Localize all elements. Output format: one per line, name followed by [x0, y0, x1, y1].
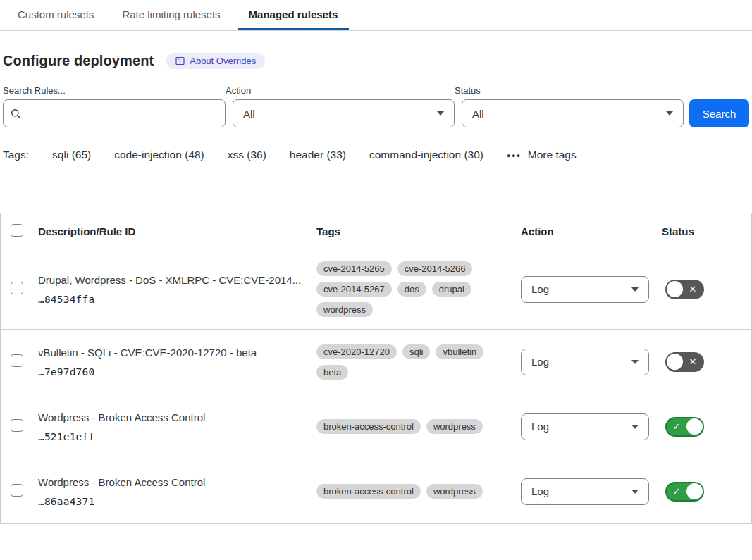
- rule-description[interactable]: Wordpress - Broken Access Control: [38, 411, 314, 423]
- tab-custom-rulesets[interactable]: Custom rulesets: [6, 0, 105, 30]
- table-row: Wordpress - Broken Access Control…521e1e…: [1, 394, 751, 459]
- search-icon: [11, 108, 21, 119]
- action-filter-value: All: [243, 108, 255, 120]
- description-cell: vBulletin - SQLi - CVE:CVE-2020-12720 - …: [35, 347, 314, 378]
- rule-id: …7e97d760: [38, 366, 314, 378]
- tag-pill: drupal: [432, 282, 471, 297]
- tag-filter-link[interactable]: code-injection (48): [114, 149, 204, 161]
- tag-pills: cve-2020-12720sqlivbulletinbeta: [316, 344, 490, 380]
- row-checkbox[interactable]: [11, 419, 23, 432]
- x-icon: ✕: [683, 285, 703, 294]
- table-row: Drupal, Wordpress - DoS - XMLRPC - CVE:C…: [1, 249, 751, 330]
- status-toggle[interactable]: ✓: [665, 417, 704, 437]
- action-cell: Log: [518, 349, 659, 375]
- tag-pill: wordpress: [426, 484, 483, 499]
- rule-description[interactable]: vBulletin - SQLi - CVE:CVE-2020-12720 - …: [38, 347, 314, 359]
- tags-cell: cve-2014-5265cve-2014-5266cve-2014-5267d…: [314, 261, 518, 317]
- search-input[interactable]: [27, 100, 218, 127]
- column-header-action: Action: [518, 225, 659, 237]
- chevron-down-icon: [631, 425, 639, 429]
- tag-filter-link[interactable]: header (33): [290, 149, 346, 161]
- tag-filter-link[interactable]: xss (36): [228, 149, 266, 161]
- search-button[interactable]: Search: [689, 99, 749, 127]
- tag-pill: broken-access-control: [316, 484, 421, 499]
- more-tags-button[interactable]: ●●● More tags: [507, 149, 577, 161]
- action-filter-label: Action: [226, 85, 455, 96]
- table-header-row: Description/Rule ID Tags Action Status: [1, 213, 751, 249]
- tag-pill: vbulletin: [436, 344, 483, 359]
- status-filter-label: Status: [455, 85, 684, 96]
- toggle-knob: [667, 281, 683, 297]
- status-toggle[interactable]: ✕: [665, 280, 704, 299]
- page-title: Configure deployment: [3, 53, 154, 69]
- row-action-select[interactable]: Log: [521, 276, 649, 303]
- action-cell: Log: [518, 276, 659, 303]
- action-cell: Log: [518, 478, 659, 505]
- column-header-status: Status: [659, 225, 751, 237]
- status-toggle[interactable]: ✓: [665, 482, 704, 502]
- search-rules-field[interactable]: [3, 99, 226, 127]
- chevron-down-icon: [666, 111, 673, 116]
- status-toggle[interactable]: ✕: [665, 352, 704, 372]
- status-cell: ✕: [659, 352, 751, 372]
- tags-cell: broken-access-controlwordpress: [314, 484, 518, 499]
- toggle-knob: [686, 418, 703, 435]
- tag-pill: sqli: [402, 344, 431, 359]
- tag-pill: cve-2014-5267: [316, 282, 392, 297]
- row-checkbox[interactable]: [11, 484, 23, 497]
- row-action-value: Log: [531, 356, 549, 368]
- tag-pills: broken-access-controlwordpress: [316, 419, 490, 434]
- book-icon: [175, 56, 185, 66]
- tag-pill: beta: [316, 365, 348, 380]
- tab-managed-rulesets[interactable]: Managed rulesets: [238, 0, 350, 30]
- description-cell: Wordpress - Broken Access Control…86aa43…: [35, 476, 314, 507]
- toggle-knob: [686, 483, 703, 499]
- tags-label: Tags:: [3, 149, 29, 161]
- rule-id: …521e1eff: [38, 431, 314, 442]
- tag-pill: cve-2014-5265: [316, 261, 392, 276]
- row-checkbox[interactable]: [11, 282, 23, 294]
- chevron-down-icon: [631, 360, 639, 364]
- status-filter-select[interactable]: All: [462, 99, 684, 127]
- row-action-value: Log: [531, 421, 549, 433]
- chevron-down-icon: [631, 287, 639, 292]
- status-cell: ✕: [659, 280, 751, 299]
- tag-pill: cve-2020-12720: [316, 344, 397, 359]
- checkbox-cell: [1, 419, 35, 434]
- tag-pill: cve-2014-5266: [397, 261, 473, 276]
- column-header-tags: Tags: [314, 225, 518, 237]
- tag-pills: broken-access-controlwordpress: [316, 484, 490, 499]
- check-icon: ✓: [667, 422, 686, 431]
- tag-pill: wordpress: [426, 419, 483, 434]
- tag-pill: dos: [397, 282, 426, 297]
- row-action-select[interactable]: Log: [521, 478, 649, 505]
- tag-filter-link[interactable]: command-injection (30): [369, 149, 483, 161]
- rule-id: …86aa4371: [38, 496, 314, 507]
- rule-description[interactable]: Drupal, Wordpress - DoS - XMLRPC - CVE:C…: [38, 274, 314, 286]
- status-cell: ✓: [659, 482, 751, 502]
- tag-filter-link[interactable]: sqli (65): [52, 149, 91, 161]
- row-action-value: Log: [531, 485, 549, 497]
- select-all-checkbox[interactable]: [11, 224, 23, 237]
- search-rules-label: Search Rules...: [3, 85, 226, 96]
- row-action-select[interactable]: Log: [521, 349, 649, 375]
- rule-description[interactable]: Wordpress - Broken Access Control: [38, 476, 314, 488]
- chevron-down-icon: [437, 111, 444, 116]
- table-row: vBulletin - SQLi - CVE:CVE-2020-12720 - …: [1, 330, 751, 394]
- action-cell: Log: [518, 413, 659, 440]
- status-cell: ✓: [659, 417, 751, 437]
- tag-pills: cve-2014-5265cve-2014-5266cve-2014-5267d…: [316, 261, 490, 317]
- action-filter-select[interactable]: All: [233, 99, 455, 127]
- tag-pill: broken-access-control: [316, 419, 421, 434]
- row-action-select[interactable]: Log: [521, 413, 649, 440]
- about-overrides-badge[interactable]: About Overrides: [166, 53, 265, 69]
- rules-table: Description/Rule ID Tags Action Status D…: [0, 213, 752, 524]
- column-header-description: Description/Rule ID: [35, 225, 314, 237]
- tags-cell: broken-access-controlwordpress: [314, 419, 518, 434]
- page-header: Configure deployment About Overrides: [3, 53, 752, 69]
- tab-rate-limiting-rulesets[interactable]: Rate limiting rulesets: [111, 0, 231, 30]
- tags-bar: Tags: sqli (65)code-injection (48)xss (3…: [3, 149, 752, 161]
- check-icon: ✓: [667, 487, 686, 496]
- row-checkbox[interactable]: [11, 354, 23, 367]
- filter-bar: Search Rules... Action All Status All: [3, 85, 752, 127]
